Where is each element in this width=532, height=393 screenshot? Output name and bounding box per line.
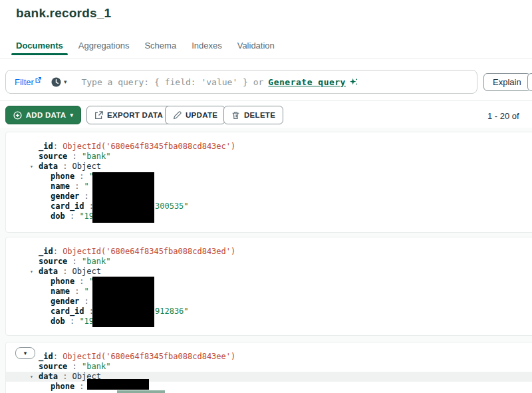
field-key: data xyxy=(39,162,58,171)
field-key: dob xyxy=(51,211,65,221)
field-value-fragment: 300535" xyxy=(155,201,189,211)
document-field-row[interactable]: ▾data : Object xyxy=(6,162,532,172)
document-field-row[interactable]: gender : xyxy=(6,297,532,307)
field-separator: : xyxy=(58,372,72,381)
document-field-row[interactable]: card_id : 912836" xyxy=(6,307,532,317)
caret-down-icon: ▾ xyxy=(70,112,73,118)
field-key: phone xyxy=(51,172,74,181)
tab-documents[interactable]: Documents xyxy=(16,41,63,55)
filter-link[interactable]: Filter xyxy=(15,77,41,87)
export-data-label: EXPORT DATA xyxy=(107,111,163,119)
tab-schema[interactable]: Schema xyxy=(144,41,176,55)
field-separator: : xyxy=(79,192,88,201)
query-input[interactable]: Type a query: { field: 'value' } or Gene… xyxy=(81,77,358,87)
query-history-button[interactable]: ▾ xyxy=(51,77,67,87)
clock-icon xyxy=(51,77,61,87)
field-separator: : xyxy=(65,317,80,326)
update-label: UPDATE xyxy=(186,111,217,119)
field-key: _id xyxy=(39,352,53,361)
field-value: "bank" xyxy=(82,362,110,371)
document-field-row[interactable]: _id: ObjectId('680e64f8345fba088cd843ed'… xyxy=(6,247,532,257)
query-placeholder: Type a query: { field: 'value' } or xyxy=(81,77,263,87)
find-button-clipped[interactable] xyxy=(527,73,532,91)
add-data-label: ADD DATA xyxy=(26,111,66,119)
field-value: ObjectId('680e64f8345fba088cd843ec') xyxy=(63,142,235,151)
field-separator: : xyxy=(65,211,80,221)
section-divider xyxy=(0,100,532,101)
field-key: _id xyxy=(39,247,53,256)
generate-query-link[interactable]: Generate query xyxy=(268,77,346,87)
collection-tab-bar: Documents Aggregations Schema Indexes Va… xyxy=(16,41,275,55)
documents-list: _id: ObjectId('680e64f8345fba088cd843ec'… xyxy=(0,128,532,393)
document-field-row[interactable]: source : "bank" xyxy=(6,257,532,267)
document-field-row[interactable]: ▾data : Object xyxy=(6,372,532,382)
collection-header: bank.records_1 Documents Aggregations Sc… xyxy=(0,0,532,59)
field-separator: : xyxy=(79,297,88,306)
export-icon xyxy=(94,111,103,120)
caret-down-icon: ▾ xyxy=(64,79,67,85)
field-separator: : xyxy=(58,162,72,171)
field-key: name xyxy=(51,182,70,191)
filter-link-label: Filter xyxy=(15,77,34,87)
explain-button[interactable]: Explain xyxy=(483,73,531,91)
document-field-row[interactable]: card_id : 300535" xyxy=(6,201,532,211)
field-key: phone xyxy=(51,382,74,391)
explain-button-label: Explain xyxy=(493,77,521,87)
field-key: source xyxy=(39,152,67,161)
document-field-row[interactable]: _id: ObjectId('680e64f8345fba088cd843ec'… xyxy=(6,142,532,152)
field-separator: : xyxy=(53,142,63,151)
document-field-row[interactable]: ▾data : Object xyxy=(6,267,532,277)
tab-indexes[interactable]: Indexes xyxy=(192,41,222,55)
document-field-row[interactable]: phone : " xyxy=(6,172,532,182)
redaction-box xyxy=(92,277,154,327)
field-key: source xyxy=(39,362,67,371)
field-separator: : xyxy=(53,247,63,256)
sparkle-icon xyxy=(349,78,358,86)
document-field-row[interactable]: source : "bank" xyxy=(6,362,532,372)
field-value: ObjectId('680e64f8345fba088cd843ed') xyxy=(63,247,235,256)
field-expand-caret-icon: ▾ xyxy=(30,372,39,382)
field-key: source xyxy=(39,257,67,266)
field-key: card_id xyxy=(51,201,84,211)
field-key: name xyxy=(51,287,70,296)
field-value: Object xyxy=(72,162,101,171)
document-field-row[interactable]: name : " xyxy=(6,182,532,192)
field-value-fragment: " xyxy=(84,287,89,296)
add-data-button[interactable]: ADD DATA ▾ xyxy=(5,106,81,124)
tab-validation[interactable]: Validation xyxy=(237,41,275,55)
field-key: phone xyxy=(51,277,74,286)
collection-namespace-title: bank.records_1 xyxy=(16,6,111,21)
field-separator: : xyxy=(58,267,72,276)
document-field-row[interactable]: name : " xyxy=(6,287,532,297)
query-bar[interactable]: Filter ▾ Type a query: { field: 'value' … xyxy=(5,70,477,94)
document-field-row[interactable]: phone : " xyxy=(6,277,532,287)
field-value-fragment: "19 xyxy=(79,211,94,221)
document-card: ▾ _id: ObjectId('680e64f8345fba088cd843e… xyxy=(5,342,532,393)
compass-documents-view: bank.records_1 Documents Aggregations Sc… xyxy=(0,0,532,393)
field-separator: : xyxy=(70,287,84,296)
field-value-fragment: "19 xyxy=(79,317,94,326)
field-value-fragment: 912836" xyxy=(155,307,189,317)
field-value: Object xyxy=(72,267,101,276)
delete-label: DELETE xyxy=(244,111,275,119)
document-field-row[interactable]: source : "bank" xyxy=(6,152,532,162)
document-field-row[interactable]: _id: ObjectId('680e64f8345fba088cd843ee'… xyxy=(6,352,532,362)
external-link-icon xyxy=(35,77,41,83)
plus-circle-icon xyxy=(13,111,22,120)
document-field-row[interactable]: dob : "19 xyxy=(6,211,532,221)
field-separator: : xyxy=(67,257,82,266)
document-field-row[interactable]: gender : xyxy=(6,192,532,201)
document-field-row[interactable]: dob : "19 xyxy=(6,317,532,327)
field-separator: : xyxy=(53,352,63,361)
update-button[interactable]: UPDATE xyxy=(165,106,225,124)
field-separator: : xyxy=(74,277,89,286)
delete-button[interactable]: DELETE xyxy=(223,106,283,124)
field-key: gender xyxy=(51,192,79,201)
field-separator: : xyxy=(67,152,82,161)
pencil-icon xyxy=(173,111,182,120)
field-separator: : xyxy=(67,362,82,371)
tab-aggregations[interactable]: Aggregations xyxy=(78,41,130,55)
field-expand-caret-icon: ▾ xyxy=(30,267,39,277)
document-field-row[interactable]: phone : xyxy=(6,382,532,392)
field-value: ObjectId('680e64f8345fba088cd843ee') xyxy=(63,352,235,361)
